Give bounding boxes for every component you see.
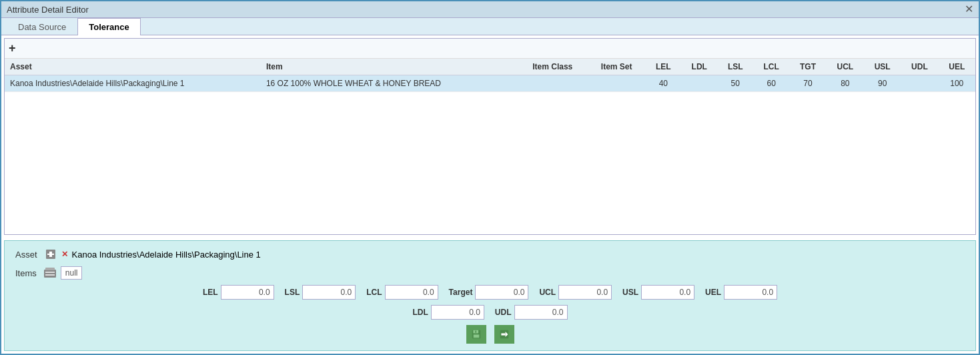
udl-input[interactable]	[514, 305, 568, 320]
fields-row-1: LEL LSL LCL Target UCL	[15, 285, 965, 300]
ucl-field-group: UCL	[539, 285, 612, 300]
uel-field-group: UEL	[705, 285, 777, 300]
uel-label: UEL	[705, 288, 721, 297]
items-icon	[43, 266, 57, 280]
udl-label: UDL	[495, 308, 512, 317]
udl-field-group: UDL	[495, 305, 568, 320]
asset-icon	[44, 248, 57, 261]
main-window: Attribute Detail Editor ✕ Data Source To…	[0, 0, 980, 355]
target-input[interactable]	[475, 285, 528, 300]
svg-rect-6	[45, 274, 55, 276]
col-header-item-class: Item Class	[518, 59, 588, 75]
save-button[interactable]	[466, 325, 486, 344]
tab-data-source[interactable]: Data Source	[7, 18, 77, 35]
col-header-item: Item	[261, 59, 518, 75]
svg-rect-2	[49, 252, 52, 257]
target-field-group: Target	[449, 285, 529, 300]
svg-rect-11	[474, 335, 479, 338]
ldl-field-group: LDL	[413, 305, 484, 320]
col-header-lsl: LSL	[717, 59, 753, 75]
items-null-value: null	[61, 266, 83, 280]
cell-udl	[901, 75, 938, 92]
cell-lcl: 60	[753, 75, 789, 92]
uel-input[interactable]	[724, 285, 777, 300]
lel-label: LEL	[203, 288, 218, 297]
tab-tolerance[interactable]: Tolerance	[77, 18, 140, 35]
add-row-button[interactable]: +	[9, 41, 16, 55]
exit-button[interactable]	[494, 325, 514, 344]
ldl-label: LDL	[413, 308, 428, 317]
cell-item-class	[518, 75, 588, 92]
svg-rect-5	[45, 272, 55, 273]
cell-lsl: 50	[717, 75, 753, 92]
col-header-uel: UEL	[939, 59, 975, 75]
content-area: + Asset Item Item Class Item Set LEL LDL…	[1, 35, 979, 354]
cell-item-set	[588, 75, 646, 92]
col-header-ldl: LDL	[681, 59, 717, 75]
ucl-input[interactable]	[558, 285, 612, 300]
fields-row-2: LDL UDL	[15, 305, 965, 320]
svg-rect-9	[475, 331, 476, 333]
cell-item: 16 OZ 100% WHOLE WHEAT & HONEY BREAD	[261, 75, 518, 92]
ucl-label: UCL	[539, 288, 556, 297]
lcl-label: LCL	[366, 288, 382, 297]
svg-rect-13	[501, 333, 505, 335]
col-header-udl: UDL	[901, 59, 938, 75]
asset-row: Asset ✕ Kanoa Industries\Adelaide Hills\…	[15, 248, 965, 261]
target-label: Target	[449, 288, 473, 297]
col-header-item-set: Item Set	[588, 59, 646, 75]
lel-field-group: LEL	[203, 285, 274, 300]
items-row: Items null	[15, 266, 965, 280]
lsl-field-group: LSL	[285, 285, 356, 300]
table-area: + Asset Item Item Class Item Set LEL LDL…	[4, 38, 976, 235]
cell-ldl	[681, 75, 717, 92]
bottom-panel: Asset ✕ Kanoa Industries\Adelaide Hills\…	[4, 240, 976, 351]
title-bar: Attribute Detail Editor ✕	[1, 1, 979, 18]
usl-input[interactable]	[641, 285, 694, 300]
lel-input[interactable]	[221, 285, 274, 300]
cell-usl: 90	[864, 75, 901, 92]
lsl-label: LSL	[285, 288, 300, 297]
cell-ucl: 80	[827, 75, 864, 92]
usl-label: USL	[622, 288, 638, 297]
col-header-usl: USL	[864, 59, 901, 75]
col-header-lel: LEL	[646, 59, 682, 75]
window-title: Attribute Detail Editor	[7, 5, 89, 15]
cell-tgt: 70	[789, 75, 826, 92]
col-header-asset: Asset	[5, 59, 261, 75]
data-table: Asset Item Item Class Item Set LEL LDL L…	[5, 59, 975, 92]
items-label: Items	[15, 268, 37, 278]
bottom-actions	[15, 325, 965, 344]
svg-rect-4	[45, 268, 55, 270]
ldl-input[interactable]	[431, 305, 484, 320]
asset-value: Kanoa Industries\Adelaide Hills\Packagin…	[72, 250, 261, 260]
lcl-input[interactable]	[385, 285, 438, 300]
tab-bar: Data Source Tolerance	[1, 18, 979, 35]
table-row[interactable]: Kanoa Industries\Adelaide Hills\Packagin…	[5, 75, 975, 92]
cell-uel: 100	[939, 75, 975, 92]
asset-label: Asset	[15, 250, 37, 260]
usl-field-group: USL	[622, 285, 694, 300]
col-header-ucl: UCL	[827, 59, 864, 75]
lsl-input[interactable]	[302, 285, 356, 300]
col-header-tgt: TGT	[789, 59, 826, 75]
lcl-field-group: LCL	[366, 285, 438, 300]
cell-lel: 40	[646, 75, 682, 92]
close-button[interactable]: ✕	[965, 4, 973, 15]
col-header-lcl: LCL	[753, 59, 789, 75]
svg-rect-3	[44, 270, 56, 278]
table-toolbar: +	[5, 39, 975, 59]
asset-clear-button[interactable]: ✕	[61, 250, 68, 259]
cell-asset: Kanoa Industries\Adelaide Hills\Packagin…	[5, 75, 261, 92]
